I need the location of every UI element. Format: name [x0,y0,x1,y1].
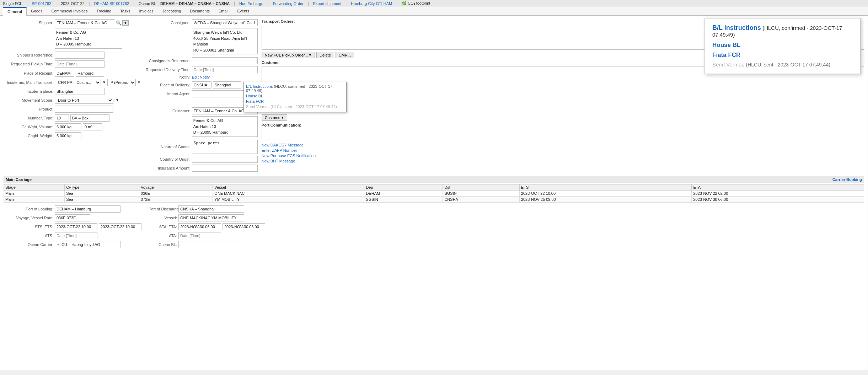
popup-house-bl[interactable]: House BL [246,94,344,98]
tab-invoices[interactable]: Invoices [135,7,158,15]
volume-input[interactable] [83,123,102,130]
movement-scope-arrow-icon: ▼ [116,98,119,102]
ocean-carrier-input[interactable] [55,241,120,248]
carrier-booking-link[interactable]: Carrier Booking [832,177,862,182]
voyage-rate-input[interactable] [55,214,90,221]
nav-non-embargo[interactable]: Non Embargo [239,1,263,6]
requested-delivery-input[interactable] [192,66,258,73]
country-of-origin-input[interactable] [192,156,258,163]
chgbl-weight-input[interactable] [55,132,81,139]
type-input[interactable] [70,114,109,122]
gr-wght-row: Gr. Wght, Volume: [4,123,141,130]
incoterms-label: Incoterms, Main Transport: [4,80,53,85]
consignees-ref-input[interactable] [192,57,258,64]
voyage-rate-label: Voyage, Vessel Rate: [4,216,53,220]
new-dakosy-link[interactable]: New DAKOSY Message [262,143,864,147]
customs-dropdown-icon: ▼ [281,116,284,119]
port-loading-label: Port of Loading: [4,207,53,211]
number-input[interactable] [55,114,69,122]
nature-of-goods-input[interactable]: Spare parts [192,140,258,154]
ats-label: ATS: [4,234,53,238]
delete-btn[interactable]: Delete [316,52,334,58]
shipper-search-icon[interactable]: 🔍 [116,20,122,26]
customer-address: Fenner & Co. AGAm Hafen 13D – 20095 Hamb… [192,116,258,137]
ats-input[interactable] [55,232,97,239]
new-fcl-pickup-btn[interactable]: New FCL Pickup Order... ▼ [262,52,315,58]
col-ets: ETS [519,184,692,190]
incoterm-place-label: Incoterm place: [4,89,53,93]
sta-input[interactable] [178,223,221,230]
consignee-input[interactable] [192,19,258,26]
ocean-bl-label: Ocean BL: [149,242,177,247]
ets-input[interactable] [99,223,141,230]
product-input[interactable] [55,106,113,113]
expanded-house-bl[interactable]: House BL [712,42,853,49]
main-carriage-label: Main Carriage [6,177,32,182]
eta-input[interactable] [223,223,265,230]
tab-events[interactable]: Events [233,7,254,15]
tab-tracking[interactable]: Tracking [92,7,116,15]
new-bht-link[interactable]: New BHT Message [262,159,864,163]
shipper-dropdown-icon[interactable]: ▼ [122,20,129,26]
sts-ets-row: STS, ETS: [4,223,141,230]
nav-export-shipment[interactable]: Export shipment [313,1,341,6]
place-of-receipt-code[interactable] [55,70,74,77]
enter-zapp-link[interactable]: Enter ZAPP Number [262,148,864,152]
nav-se-number[interactable]: SE-001762 [32,1,51,6]
nav-hamburg-city[interactable]: Hamburg City GTLHAM [351,1,392,6]
incoterms-select[interactable]: CFR PP – Cost a... [55,79,101,86]
ats-row: ATS: [4,232,141,239]
place-of-delivery-code[interactable] [192,81,211,89]
vessel-row: Vessel: [149,214,269,221]
expanded-fiata-fcr[interactable]: Fiata FCR [712,52,853,59]
insurance-amount-input[interactable] [192,165,258,172]
shippers-ref-label: Shipper's Reference: [4,53,53,57]
ocean-bl-input[interactable] [178,241,244,248]
tab-commercial-invoices[interactable]: Commercial Invoices [47,7,92,15]
sts-input[interactable] [55,223,97,230]
ata-input[interactable] [178,232,221,239]
requested-pickup-row: Requested Pickup Time: [4,60,141,68]
tab-email[interactable]: Email [214,7,233,15]
notify-row: Notify: Edit Notify [144,75,258,79]
popup-fiata-fcr[interactable]: Fiata FCR [246,99,344,103]
shippers-ref-input[interactable] [55,52,105,59]
expanded-send-vermas: Send Vermas (HLCU, sent - 2023-OCT-17 07… [712,61,853,68]
table-row[interactable]: Main Sea 036E ONE MACKINAC DEHAM SGSIN 2… [4,190,864,196]
expanded-popup: B/L Instructions (HLCU, confirmed - 2023… [704,18,861,74]
nav-co2[interactable]: 🌿 CO₂ footprint [402,1,430,6]
cmr-btn[interactable]: CMR... [336,52,354,58]
table-row[interactable]: Main Sea 073E YM MOBILITY SGSIN CNSHA 20… [4,196,864,202]
port-discharge-label: Port of Discharge: [149,207,177,211]
popup-bl-instructions[interactable]: B/L Instructions (HLCU, confirmed - 2023… [246,84,344,93]
place-of-receipt-row: Place of Receipt: [4,70,141,77]
place-of-receipt-name[interactable] [76,70,104,77]
place-of-delivery-row: Place of Delivery: [144,81,258,89]
nav-forwarding-order[interactable]: Forwarding Order [273,1,304,6]
weight-input[interactable] [55,123,81,130]
tab-jobcosting[interactable]: Jobcosting [158,7,186,15]
ata-label: ATA: [149,234,177,238]
main-carriage-table: Stage CvType Voyage Vessel Dep Dst ETS E… [4,184,864,203]
prepaid-select[interactable]: P (Prepaid) [107,79,136,86]
nature-of-goods-row: Nature of Goods: Spare parts [144,140,258,154]
requested-pickup-input[interactable] [55,60,105,68]
nav-deham-se[interactable]: DEHAM-SE-001762 [94,1,129,6]
movement-scope-select[interactable]: Door to Port [55,97,113,104]
tab-tasks[interactable]: Tasks [116,7,135,15]
edit-notify-link[interactable]: Edit Notify [192,75,210,79]
tab-general[interactable]: General [3,7,27,16]
port-discharge-input[interactable] [178,205,244,213]
vessel-input[interactable] [178,214,244,221]
incoterm-place-input[interactable] [55,88,105,95]
port-loading-input[interactable] [55,205,120,213]
place-of-delivery-name[interactable] [213,81,241,89]
customs-dropdown-btn[interactable]: Customs ▼ [262,114,287,121]
tab-goods[interactable]: Goods [27,7,47,15]
tab-documents[interactable]: Documents [186,7,214,15]
expanded-send-vermas-detail: (HLCU, sent - 2023-OCT-17 07:49:44) [746,62,830,68]
new-portbase-link[interactable]: New Portbase ECS Notification [262,154,864,158]
nav-route[interactable]: DEHAM – DEHAM – CNSHA – CNSHA [160,1,230,6]
shipper-input[interactable] [55,19,115,26]
consignees-ref-row: Consignee's Reference: [144,57,258,64]
